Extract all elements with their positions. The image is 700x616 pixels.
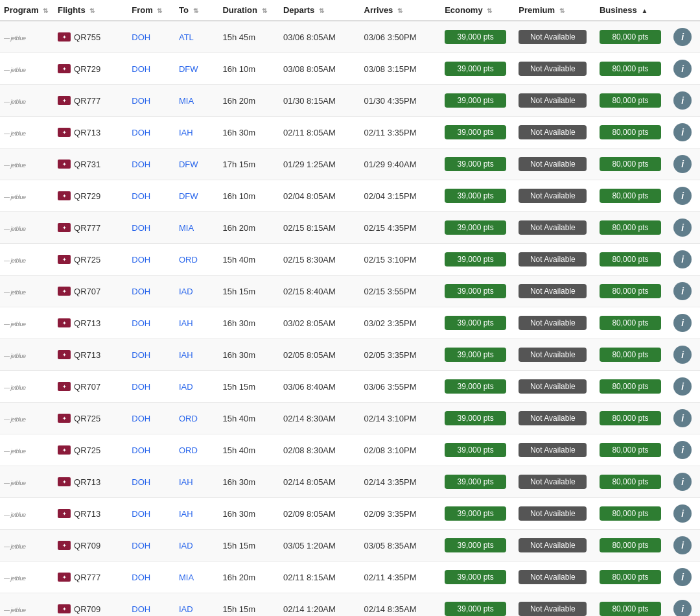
economy-badge[interactable]: 39,000 pts <box>445 30 506 44</box>
premium-badge[interactable]: Not Available <box>519 284 587 298</box>
info-cell[interactable]: i <box>670 498 700 530</box>
business-cell[interactable]: 80,000 pts <box>596 117 670 148</box>
business-cell[interactable]: 80,000 pts <box>596 148 670 180</box>
economy-cell[interactable]: 39,000 pts <box>441 276 515 307</box>
info-cell[interactable]: i <box>670 339 700 371</box>
info-button[interactable]: i <box>673 346 692 364</box>
from-cell[interactable]: DOH <box>128 403 175 434</box>
to-cell[interactable]: IAH <box>175 466 219 498</box>
business-badge[interactable]: 80,000 pts <box>600 411 661 425</box>
info-button[interactable]: i <box>673 441 692 459</box>
economy-badge[interactable]: 39,000 pts <box>445 189 506 203</box>
premium-badge[interactable]: Not Available <box>519 220 587 235</box>
business-badge[interactable]: 80,000 pts <box>600 284 661 298</box>
economy-badge[interactable]: 39,000 pts <box>445 348 506 362</box>
economy-cell[interactable]: 39,000 pts <box>441 593 515 617</box>
to-cell[interactable]: MIA <box>175 562 219 593</box>
premium-cell[interactable]: Not Available <box>515 339 596 371</box>
col-header-business[interactable]: Business ▲ <box>596 0 670 21</box>
premium-badge[interactable]: Not Available <box>519 62 587 76</box>
to-cell[interactable]: IAH <box>175 307 219 339</box>
premium-badge[interactable]: Not Available <box>519 157 587 171</box>
from-cell[interactable]: DOH <box>128 434 175 466</box>
info-cell[interactable]: i <box>670 307 700 339</box>
premium-badge[interactable]: Not Available <box>519 506 587 521</box>
business-cell[interactable]: 80,000 pts <box>596 403 670 434</box>
premium-badge[interactable]: Not Available <box>519 379 587 394</box>
premium-badge[interactable]: Not Available <box>519 93 587 108</box>
to-cell[interactable]: IAD <box>175 530 219 562</box>
economy-badge[interactable]: 39,000 pts <box>445 252 506 267</box>
info-cell[interactable]: i <box>670 117 700 148</box>
from-cell[interactable]: DOH <box>128 466 175 498</box>
business-badge[interactable]: 80,000 pts <box>600 602 661 616</box>
premium-badge[interactable]: Not Available <box>519 30 587 44</box>
info-cell[interactable]: i <box>670 403 700 434</box>
business-cell[interactable]: 80,000 pts <box>596 339 670 371</box>
business-cell[interactable]: 80,000 pts <box>596 85 670 117</box>
economy-cell[interactable]: 39,000 pts <box>441 53 515 85</box>
info-cell[interactable]: i <box>670 562 700 593</box>
economy-badge[interactable]: 39,000 pts <box>445 284 506 298</box>
to-cell[interactable]: IAH <box>175 339 219 371</box>
col-header-economy[interactable]: Economy ⇅ <box>441 0 515 21</box>
from-cell[interactable]: DOH <box>128 148 175 180</box>
from-cell[interactable]: DOH <box>128 562 175 593</box>
col-header-arrives[interactable]: Arrives ⇅ <box>360 0 441 21</box>
business-badge[interactable]: 80,000 pts <box>600 379 661 394</box>
premium-cell[interactable]: Not Available <box>515 148 596 180</box>
business-badge[interactable]: 80,000 pts <box>600 506 661 521</box>
economy-badge[interactable]: 39,000 pts <box>445 62 506 76</box>
col-header-departs[interactable]: Departs ⇅ <box>279 0 360 21</box>
info-cell[interactable]: i <box>670 21 700 53</box>
from-cell[interactable]: DOH <box>128 212 175 244</box>
premium-badge[interactable]: Not Available <box>519 570 587 584</box>
to-cell[interactable]: ORD <box>175 244 219 276</box>
from-cell[interactable]: DOH <box>128 21 175 53</box>
premium-badge[interactable]: Not Available <box>519 125 587 139</box>
col-header-duration[interactable]: Duration ⇅ <box>218 0 279 21</box>
business-cell[interactable]: 80,000 pts <box>596 276 670 307</box>
premium-cell[interactable]: Not Available <box>515 244 596 276</box>
info-cell[interactable]: i <box>670 180 700 212</box>
business-cell[interactable]: 80,000 pts <box>596 307 670 339</box>
premium-badge[interactable]: Not Available <box>519 252 587 267</box>
info-button[interactable]: i <box>673 568 692 586</box>
economy-cell[interactable]: 39,000 pts <box>441 307 515 339</box>
premium-cell[interactable]: Not Available <box>515 371 596 403</box>
business-badge[interactable]: 80,000 pts <box>600 252 661 267</box>
premium-badge[interactable]: Not Available <box>519 411 587 425</box>
business-cell[interactable]: 80,000 pts <box>596 180 670 212</box>
to-cell[interactable]: IAH <box>175 117 219 148</box>
info-cell[interactable]: i <box>670 244 700 276</box>
business-badge[interactable]: 80,000 pts <box>600 443 661 457</box>
info-button[interactable]: i <box>673 504 692 523</box>
info-cell[interactable]: i <box>670 434 700 466</box>
to-cell[interactable]: IAH <box>175 498 219 530</box>
economy-cell[interactable]: 39,000 pts <box>441 148 515 180</box>
premium-badge[interactable]: Not Available <box>519 189 587 203</box>
to-cell[interactable]: DFW <box>175 180 219 212</box>
col-header-flights[interactable]: Flights ⇅ <box>54 0 128 21</box>
info-button[interactable]: i <box>673 219 692 237</box>
economy-cell[interactable]: 39,000 pts <box>441 21 515 53</box>
from-cell[interactable]: DOH <box>128 276 175 307</box>
business-badge[interactable]: 80,000 pts <box>600 125 661 139</box>
business-badge[interactable]: 80,000 pts <box>600 316 661 330</box>
business-badge[interactable]: 80,000 pts <box>600 157 661 171</box>
business-badge[interactable]: 80,000 pts <box>600 189 661 203</box>
business-badge[interactable]: 80,000 pts <box>600 475 661 489</box>
from-cell[interactable]: DOH <box>128 85 175 117</box>
economy-badge[interactable]: 39,000 pts <box>445 157 506 171</box>
premium-badge[interactable]: Not Available <box>519 475 587 489</box>
economy-cell[interactable]: 39,000 pts <box>441 85 515 117</box>
col-header-program[interactable]: Program ⇅ <box>0 0 54 21</box>
info-button[interactable]: i <box>673 60 692 78</box>
to-cell[interactable]: ORD <box>175 403 219 434</box>
info-button[interactable]: i <box>673 187 692 205</box>
economy-badge[interactable]: 39,000 pts <box>445 125 506 139</box>
info-button[interactable]: i <box>673 282 692 300</box>
economy-badge[interactable]: 39,000 pts <box>445 570 506 584</box>
info-button[interactable]: i <box>673 314 692 332</box>
economy-cell[interactable]: 39,000 pts <box>441 498 515 530</box>
